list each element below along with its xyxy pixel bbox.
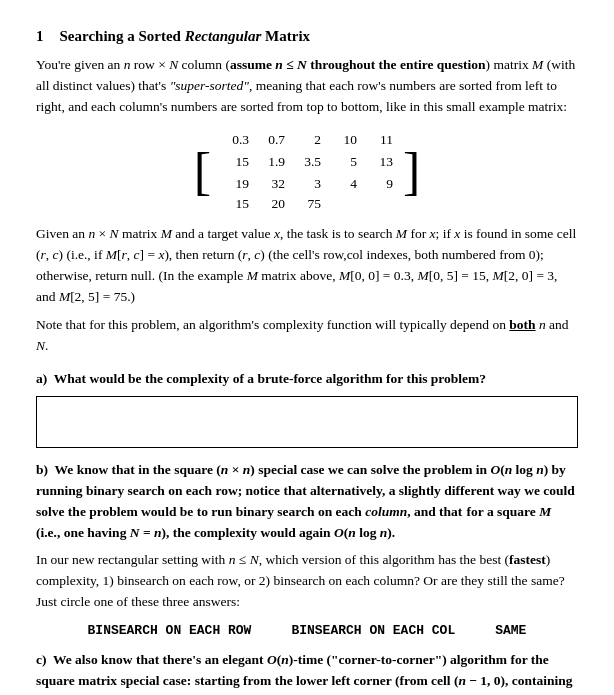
part-a-label: a) What would be the complexity of a bru… xyxy=(36,369,578,390)
bracket-left: [ xyxy=(194,128,211,214)
choice-same[interactable]: SAME xyxy=(495,623,526,638)
part-b-p1: We know that in the square (n × n) speci… xyxy=(36,462,575,540)
part-c-p1: We also know that there's an elegant O(n… xyxy=(36,652,573,695)
part-c-label: c) We also know that there's an elegant … xyxy=(36,650,578,695)
title-italic: Rectangular xyxy=(185,28,262,44)
choice-col[interactable]: BINSEARCH ON EACH COL xyxy=(291,623,455,638)
part-a-letter: a) xyxy=(36,371,54,386)
choices-row: BINSEARCH ON EACH ROW BINSEARCH ON EACH … xyxy=(36,623,578,638)
title-text-after: Matrix xyxy=(261,28,310,44)
part-a-answer-box[interactable] xyxy=(36,396,578,448)
choice-row[interactable]: BINSEARCH ON EACH ROW xyxy=(88,623,252,638)
section-number: 1 xyxy=(36,28,44,45)
section-header: 1 Searching a Sorted Rectangular Matrix xyxy=(36,28,578,45)
matrix-grid: 0.3 0.7 2 10 11 15 1.9 3.5 5 13 19 32 3 … xyxy=(211,128,403,214)
part-a-question: What would be the complexity of a brute-… xyxy=(54,371,486,386)
section-title: Searching a Sorted Rectangular Matrix xyxy=(60,28,311,45)
part-b-p2: In our new rectangular setting with n ≤ … xyxy=(36,550,578,613)
matrix-display: [ 0.3 0.7 2 10 11 15 1.9 3.5 5 13 19 32 … xyxy=(36,128,578,214)
title-text-before: Searching a Sorted xyxy=(60,28,185,44)
intro-paragraph-2: Given an n × N matrix M and a target val… xyxy=(36,224,578,308)
intro-paragraph-3: Note that for this problem, an algorithm… xyxy=(36,315,578,357)
intro-paragraph-1: You're given an n row × N column (assume… xyxy=(36,55,578,118)
part-b-label: b) We know that in the square (n × n) sp… xyxy=(36,460,578,544)
bracket-right: ] xyxy=(403,128,420,214)
